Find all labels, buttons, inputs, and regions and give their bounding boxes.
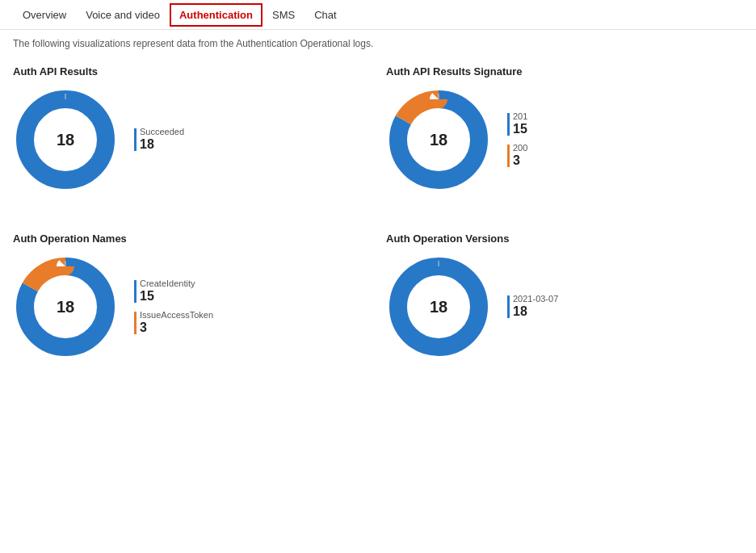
legend-auth-operation-names: CreateIdentity 15 IssueAccessToken 3	[134, 279, 213, 335]
legend-text-201: 201 15	[513, 111, 527, 136]
chart-title-auth-operation-versions: Auth Operation Versions	[386, 233, 743, 245]
chart-body-auth-api-results-signature: 18 201 15 200 3	[386, 87, 743, 192]
legend-text-200: 200 3	[513, 143, 527, 168]
nav-item-overview[interactable]: Overview	[13, 2, 76, 27]
legend-bar-createidentity	[134, 280, 136, 303]
legend-auth-api-results: Succeeded 18	[134, 127, 184, 152]
donut-auth-operation-versions: 18	[386, 254, 491, 359]
legend-bar-200	[507, 145, 510, 167]
donut-auth-api-results: 18	[13, 87, 118, 192]
charts-grid: Auth API Results 18 Succeeded 18	[13, 57, 743, 367]
main-content: Auth API Results 18 Succeeded 18	[0, 57, 756, 367]
legend-label-2021-03-07: 2021-03-07	[513, 294, 558, 304]
legend-label-succeeded: Succeeded	[140, 127, 184, 136]
donut-center-auth-operation-versions: 18	[430, 298, 447, 316]
legend-value-201: 15	[513, 121, 527, 136]
legend-item-200: 200 3	[507, 143, 527, 168]
legend-bar-201	[507, 113, 510, 136]
legend-auth-api-results-signature: 201 15 200 3	[507, 111, 527, 168]
donut-center-auth-api-results-signature: 18	[430, 131, 447, 149]
legend-item-createidentity: CreateIdentity 15	[134, 279, 213, 304]
legend-item-201: 201 15	[507, 111, 527, 136]
legend-item-2021-03-07: 2021-03-07 18	[507, 294, 558, 319]
legend-bar-2021-03-07	[507, 295, 510, 318]
legend-bar-succeeded	[134, 128, 136, 151]
donut-auth-api-results-signature: 18	[386, 87, 491, 192]
legend-text-issueaccesstoken: IssueAccessToken 3	[140, 310, 213, 335]
chart-body-auth-api-results: 18 Succeeded 18	[13, 87, 370, 192]
chart-auth-api-results: Auth API Results 18 Succeeded 18	[13, 57, 370, 200]
legend-value-200: 3	[513, 153, 527, 168]
legend-label-201: 201	[513, 111, 527, 121]
legend-value-issueaccesstoken: 3	[140, 320, 213, 335]
donut-auth-operation-names: 18	[13, 254, 118, 359]
chart-title-auth-api-results: Auth API Results	[13, 65, 370, 78]
chart-title-auth-api-results-signature: Auth API Results Signature	[386, 65, 743, 78]
chart-body-auth-operation-names: 18 CreateIdentity 15 IssueAccessToken	[13, 254, 370, 359]
legend-value-2021-03-07: 18	[513, 304, 558, 319]
legend-auth-operation-versions: 2021-03-07 18	[507, 294, 558, 319]
legend-text-2021-03-07: 2021-03-07 18	[513, 294, 558, 319]
chart-auth-api-results-signature: Auth API Results Signature 18	[386, 57, 743, 200]
nav-item-sms[interactable]: SMS	[262, 2, 304, 27]
legend-bar-issueaccesstoken	[134, 312, 136, 334]
nav-item-voice-video[interactable]: Voice and video	[76, 2, 170, 27]
chart-auth-operation-names: Auth Operation Names 18 CreateIdentity	[13, 224, 370, 367]
legend-text-succeeded: Succeeded 18	[140, 127, 184, 152]
legend-label-createidentity: CreateIdentity	[140, 279, 195, 288]
nav-item-chat[interactable]: Chat	[304, 2, 346, 27]
legend-item-issueaccesstoken: IssueAccessToken 3	[134, 310, 213, 335]
page-subtitle: The following visualizations represent d…	[0, 30, 756, 57]
legend-label-200: 200	[513, 143, 527, 153]
legend-value-createidentity: 15	[140, 288, 195, 304]
legend-label-issueaccesstoken: IssueAccessToken	[140, 310, 213, 320]
nav-item-authentication[interactable]: Authentication	[170, 3, 262, 27]
donut-center-auth-api-results: 18	[57, 131, 74, 149]
donut-center-auth-operation-names: 18	[57, 298, 74, 316]
legend-value-succeeded: 18	[140, 136, 184, 152]
chart-body-auth-operation-versions: 18 2021-03-07 18	[386, 254, 743, 359]
chart-auth-operation-versions: Auth Operation Versions 18 2021-03-07 18	[386, 224, 743, 367]
legend-text-createidentity: CreateIdentity 15	[140, 279, 195, 304]
legend-item: Succeeded 18	[134, 127, 184, 152]
chart-title-auth-operation-names: Auth Operation Names	[13, 233, 370, 245]
nav-bar: Overview Voice and video Authentication …	[0, 0, 756, 30]
